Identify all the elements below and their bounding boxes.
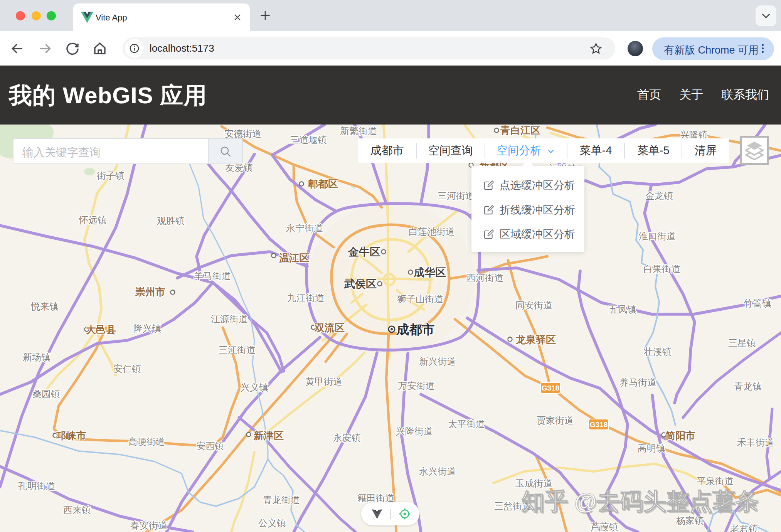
- svg-text:三星镇: 三星镇: [728, 338, 756, 348]
- svg-text:武侯区: 武侯区: [344, 278, 377, 290]
- svg-text:公义镇: 公义镇: [258, 518, 286, 528]
- svg-text:大邑县: 大邑县: [86, 324, 116, 335]
- svg-text:金牛区: 金牛区: [348, 246, 380, 258]
- svg-text:G318: G318: [590, 421, 608, 429]
- svg-text:悦来镇: 悦来镇: [30, 301, 59, 311]
- svg-text:观胜镇: 观胜镇: [157, 215, 185, 226]
- svg-text:永安镇: 永安镇: [333, 433, 361, 443]
- svg-text:新兴街道: 新兴街道: [419, 356, 456, 367]
- svg-text:双流区: 双流区: [314, 322, 345, 333]
- svg-text:白莲池街道: 白莲池街道: [409, 226, 455, 237]
- svg-text:街子镇: 街子镇: [97, 170, 125, 181]
- svg-text:平泉街道: 平泉街道: [697, 476, 734, 486]
- svg-text:江源街道: 江源街道: [211, 314, 248, 324]
- svg-text:兴义镇: 兴义镇: [241, 382, 268, 392]
- svg-text:新津区: 新津区: [253, 430, 284, 441]
- svg-text:龙泉驿区: 龙泉驿区: [515, 334, 556, 345]
- svg-text:永兴街道: 永兴街道: [419, 466, 456, 476]
- svg-text:三河街道: 三河街道: [438, 190, 475, 201]
- svg-text:禾丰街道: 禾丰街道: [737, 437, 774, 448]
- svg-text:万安街道: 万安街道: [398, 380, 435, 391]
- svg-text:永宁街道: 永宁街道: [286, 223, 323, 233]
- svg-text:淮口街道: 淮口街道: [639, 231, 676, 241]
- svg-text:三江街道: 三江街道: [219, 345, 256, 355]
- svg-text:壮溪镇: 壮溪镇: [643, 347, 672, 357]
- svg-text:新场镇: 新场镇: [23, 352, 50, 362]
- svg-text:同安街道: 同安街道: [515, 300, 552, 310]
- svg-text:西河街道: 西河街道: [466, 273, 503, 283]
- svg-text:隆兴镇: 隆兴镇: [133, 323, 161, 333]
- svg-text:黄甲街道: 黄甲街道: [305, 376, 342, 387]
- svg-text:桑园镇: 桑园镇: [32, 389, 60, 399]
- svg-text:邛崃市: 邛崃市: [56, 430, 86, 441]
- svg-text:狮子山街道: 狮子山街道: [397, 294, 443, 304]
- svg-text:兴隆街道: 兴隆街道: [396, 426, 433, 436]
- svg-text:五凤镇: 五凤镇: [609, 304, 636, 315]
- svg-text:贾家街道: 贾家街道: [537, 415, 574, 426]
- svg-text:高明镇: 高明镇: [638, 443, 665, 453]
- svg-text:安德街道: 安德街道: [224, 128, 261, 139]
- svg-text:籍田街道: 籍田街道: [357, 493, 394, 503]
- svg-text:竹篙镇: 竹篙镇: [744, 298, 771, 308]
- svg-text:养马街道: 养马街道: [619, 377, 656, 387]
- svg-text:青白江区: 青白江区: [500, 125, 540, 136]
- svg-text:安仁镇: 安仁镇: [113, 364, 141, 374]
- svg-text:太平街道: 太平街道: [448, 419, 485, 429]
- svg-text:安西镇: 安西镇: [196, 441, 224, 451]
- svg-text:成华区: 成华区: [413, 266, 446, 278]
- svg-text:春安街道: 春安街道: [130, 520, 167, 530]
- svg-text:九江街道: 九江街道: [287, 293, 324, 303]
- svg-text:孔明街道: 孔明街道: [18, 481, 55, 491]
- svg-text:三道堰镇: 三道堰镇: [290, 135, 327, 145]
- svg-text:西来镇: 西来镇: [63, 505, 91, 515]
- svg-text:羊马街道: 羊马街道: [194, 271, 231, 281]
- svg-text:新繁街道: 新繁街道: [340, 126, 377, 136]
- svg-text:金龙镇: 金龙镇: [645, 190, 673, 201]
- svg-text:怀远镇: 怀远镇: [79, 215, 107, 225]
- svg-text:崇州市: 崇州市: [135, 286, 165, 298]
- svg-text:温江区: 温江区: [279, 252, 309, 264]
- svg-text:郫都区: 郫都区: [308, 178, 338, 190]
- svg-text:白果街道: 白果街道: [643, 264, 680, 274]
- svg-text:老君镇: 老君镇: [730, 524, 758, 532]
- svg-text:高埂街道: 高埂街道: [128, 436, 165, 447]
- svg-text:青龙镇: 青龙镇: [734, 381, 762, 391]
- svg-text:芦葭镇: 芦葭镇: [591, 522, 618, 532]
- svg-text:简阳市: 简阳市: [665, 430, 695, 441]
- svg-text:青龙街道: 青龙街道: [263, 495, 300, 505]
- svg-text:成都市: 成都市: [396, 322, 435, 337]
- svg-text:G318: G318: [542, 384, 559, 392]
